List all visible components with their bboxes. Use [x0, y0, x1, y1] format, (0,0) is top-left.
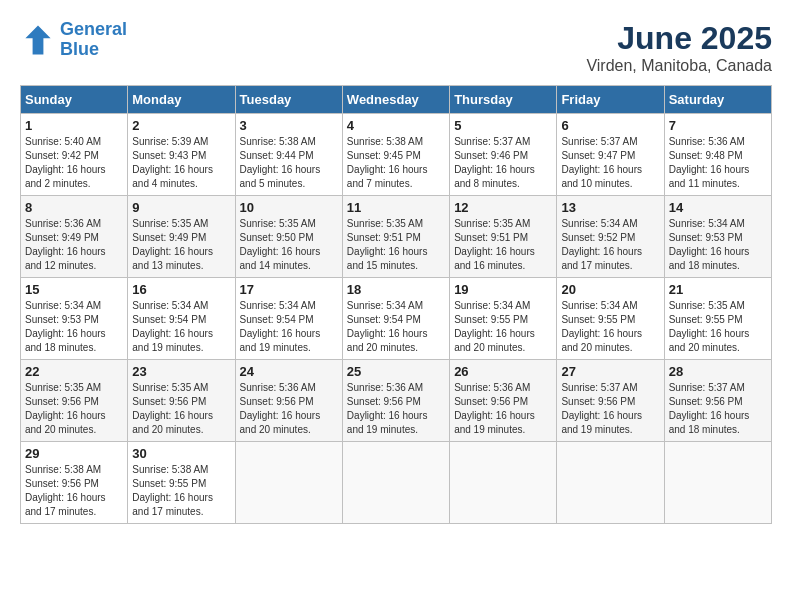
- day-info: Sunrise: 5:34 AMSunset: 9:53 PMDaylight:…: [669, 218, 750, 271]
- calendar-cell: 13 Sunrise: 5:34 AMSunset: 9:52 PMDaylig…: [557, 196, 664, 278]
- day-number: 25: [347, 364, 445, 379]
- day-number: 21: [669, 282, 767, 297]
- column-header-tuesday: Tuesday: [235, 86, 342, 114]
- day-number: 20: [561, 282, 659, 297]
- day-info: Sunrise: 5:36 AMSunset: 9:56 PMDaylight:…: [454, 382, 535, 435]
- day-info: Sunrise: 5:37 AMSunset: 9:46 PMDaylight:…: [454, 136, 535, 189]
- calendar-week-row: 15 Sunrise: 5:34 AMSunset: 9:53 PMDaylig…: [21, 278, 772, 360]
- calendar-cell: 16 Sunrise: 5:34 AMSunset: 9:54 PMDaylig…: [128, 278, 235, 360]
- day-number: 19: [454, 282, 552, 297]
- day-number: 4: [347, 118, 445, 133]
- day-info: Sunrise: 5:37 AMSunset: 9:56 PMDaylight:…: [561, 382, 642, 435]
- day-info: Sunrise: 5:36 AMSunset: 9:49 PMDaylight:…: [25, 218, 106, 271]
- calendar-cell: 18 Sunrise: 5:34 AMSunset: 9:54 PMDaylig…: [342, 278, 449, 360]
- calendar-week-row: 8 Sunrise: 5:36 AMSunset: 9:49 PMDayligh…: [21, 196, 772, 278]
- calendar-cell: 7 Sunrise: 5:36 AMSunset: 9:48 PMDayligh…: [664, 114, 771, 196]
- day-info: Sunrise: 5:34 AMSunset: 9:52 PMDaylight:…: [561, 218, 642, 271]
- day-number: 2: [132, 118, 230, 133]
- calendar-header-row: SundayMondayTuesdayWednesdayThursdayFrid…: [21, 86, 772, 114]
- main-title: June 2025: [586, 20, 772, 57]
- day-number: 9: [132, 200, 230, 215]
- calendar-cell: 20 Sunrise: 5:34 AMSunset: 9:55 PMDaylig…: [557, 278, 664, 360]
- day-info: Sunrise: 5:36 AMSunset: 9:48 PMDaylight:…: [669, 136, 750, 189]
- day-number: 6: [561, 118, 659, 133]
- svg-marker-0: [25, 25, 50, 54]
- day-info: Sunrise: 5:34 AMSunset: 9:54 PMDaylight:…: [240, 300, 321, 353]
- day-info: Sunrise: 5:35 AMSunset: 9:56 PMDaylight:…: [25, 382, 106, 435]
- logo-line2: Blue: [60, 39, 99, 59]
- day-info: Sunrise: 5:38 AMSunset: 9:56 PMDaylight:…: [25, 464, 106, 517]
- day-number: 23: [132, 364, 230, 379]
- subtitle: Virden, Manitoba, Canada: [586, 57, 772, 75]
- day-number: 18: [347, 282, 445, 297]
- day-info: Sunrise: 5:38 AMSunset: 9:55 PMDaylight:…: [132, 464, 213, 517]
- logo-line1: General: [60, 19, 127, 39]
- day-number: 7: [669, 118, 767, 133]
- calendar-cell: 12 Sunrise: 5:35 AMSunset: 9:51 PMDaylig…: [450, 196, 557, 278]
- day-number: 5: [454, 118, 552, 133]
- calendar-cell: [450, 442, 557, 524]
- calendar-cell: 14 Sunrise: 5:34 AMSunset: 9:53 PMDaylig…: [664, 196, 771, 278]
- day-info: Sunrise: 5:38 AMSunset: 9:44 PMDaylight:…: [240, 136, 321, 189]
- calendar-table: SundayMondayTuesdayWednesdayThursdayFrid…: [20, 85, 772, 524]
- calendar-cell: 19 Sunrise: 5:34 AMSunset: 9:55 PMDaylig…: [450, 278, 557, 360]
- day-number: 27: [561, 364, 659, 379]
- day-number: 11: [347, 200, 445, 215]
- day-info: Sunrise: 5:37 AMSunset: 9:56 PMDaylight:…: [669, 382, 750, 435]
- day-number: 24: [240, 364, 338, 379]
- calendar-cell: 21 Sunrise: 5:35 AMSunset: 9:55 PMDaylig…: [664, 278, 771, 360]
- day-number: 1: [25, 118, 123, 133]
- day-info: Sunrise: 5:38 AMSunset: 9:45 PMDaylight:…: [347, 136, 428, 189]
- title-area: June 2025 Virden, Manitoba, Canada: [586, 20, 772, 75]
- calendar-week-row: 1 Sunrise: 5:40 AMSunset: 9:42 PMDayligh…: [21, 114, 772, 196]
- column-header-friday: Friday: [557, 86, 664, 114]
- day-info: Sunrise: 5:35 AMSunset: 9:55 PMDaylight:…: [669, 300, 750, 353]
- calendar-cell: 30 Sunrise: 5:38 AMSunset: 9:55 PMDaylig…: [128, 442, 235, 524]
- column-header-wednesday: Wednesday: [342, 86, 449, 114]
- day-number: 3: [240, 118, 338, 133]
- day-info: Sunrise: 5:35 AMSunset: 9:49 PMDaylight:…: [132, 218, 213, 271]
- column-header-thursday: Thursday: [450, 86, 557, 114]
- day-number: 22: [25, 364, 123, 379]
- calendar-cell: 1 Sunrise: 5:40 AMSunset: 9:42 PMDayligh…: [21, 114, 128, 196]
- day-number: 26: [454, 364, 552, 379]
- day-info: Sunrise: 5:35 AMSunset: 9:50 PMDaylight:…: [240, 218, 321, 271]
- day-info: Sunrise: 5:40 AMSunset: 9:42 PMDaylight:…: [25, 136, 106, 189]
- column-header-sunday: Sunday: [21, 86, 128, 114]
- column-header-monday: Monday: [128, 86, 235, 114]
- logo-icon: [20, 22, 56, 58]
- day-number: 30: [132, 446, 230, 461]
- day-info: Sunrise: 5:37 AMSunset: 9:47 PMDaylight:…: [561, 136, 642, 189]
- day-info: Sunrise: 5:39 AMSunset: 9:43 PMDaylight:…: [132, 136, 213, 189]
- column-header-saturday: Saturday: [664, 86, 771, 114]
- calendar-cell: 27 Sunrise: 5:37 AMSunset: 9:56 PMDaylig…: [557, 360, 664, 442]
- calendar-cell: 22 Sunrise: 5:35 AMSunset: 9:56 PMDaylig…: [21, 360, 128, 442]
- calendar-cell: 24 Sunrise: 5:36 AMSunset: 9:56 PMDaylig…: [235, 360, 342, 442]
- day-number: 10: [240, 200, 338, 215]
- day-info: Sunrise: 5:34 AMSunset: 9:54 PMDaylight:…: [347, 300, 428, 353]
- day-number: 14: [669, 200, 767, 215]
- calendar-cell: 28 Sunrise: 5:37 AMSunset: 9:56 PMDaylig…: [664, 360, 771, 442]
- calendar-cell: [342, 442, 449, 524]
- calendar-cell: 2 Sunrise: 5:39 AMSunset: 9:43 PMDayligh…: [128, 114, 235, 196]
- calendar-cell: [557, 442, 664, 524]
- calendar-cell: [664, 442, 771, 524]
- day-info: Sunrise: 5:36 AMSunset: 9:56 PMDaylight:…: [240, 382, 321, 435]
- day-number: 16: [132, 282, 230, 297]
- calendar-cell: [235, 442, 342, 524]
- day-info: Sunrise: 5:34 AMSunset: 9:55 PMDaylight:…: [454, 300, 535, 353]
- calendar-cell: 9 Sunrise: 5:35 AMSunset: 9:49 PMDayligh…: [128, 196, 235, 278]
- day-number: 28: [669, 364, 767, 379]
- day-info: Sunrise: 5:35 AMSunset: 9:56 PMDaylight:…: [132, 382, 213, 435]
- calendar-cell: 15 Sunrise: 5:34 AMSunset: 9:53 PMDaylig…: [21, 278, 128, 360]
- day-number: 8: [25, 200, 123, 215]
- day-number: 12: [454, 200, 552, 215]
- calendar-cell: 10 Sunrise: 5:35 AMSunset: 9:50 PMDaylig…: [235, 196, 342, 278]
- header: General Blue June 2025 Virden, Manitoba,…: [20, 20, 772, 75]
- day-info: Sunrise: 5:34 AMSunset: 9:55 PMDaylight:…: [561, 300, 642, 353]
- logo: General Blue: [20, 20, 127, 60]
- day-info: Sunrise: 5:35 AMSunset: 9:51 PMDaylight:…: [454, 218, 535, 271]
- logo-text: General Blue: [60, 20, 127, 60]
- calendar-cell: 4 Sunrise: 5:38 AMSunset: 9:45 PMDayligh…: [342, 114, 449, 196]
- calendar-cell: 3 Sunrise: 5:38 AMSunset: 9:44 PMDayligh…: [235, 114, 342, 196]
